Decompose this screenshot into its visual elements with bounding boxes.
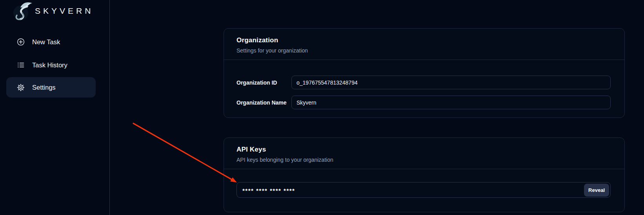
organization-card-subtitle: Settings for your organization [236, 47, 612, 54]
sidebar-item-task-history[interactable]: Task History [6, 55, 96, 75]
settings-page: Organization Settings for your organizat… [110, 0, 644, 215]
sidebar-item-new-task[interactable]: New Task [6, 32, 96, 52]
sidebar-item-label: Settings [32, 84, 56, 91]
organization-name-label: Organization Name [236, 99, 291, 106]
organization-card-title: Organization [236, 36, 612, 44]
api-key-masked-value: **** **** **** **** [242, 187, 584, 194]
skyvern-dragon-icon [11, 1, 32, 21]
organization-card-header: Organization Settings for your organizat… [224, 29, 624, 60]
api-keys-card-body: **** **** **** **** Reveal [224, 169, 624, 210]
organization-name-row: Organization Name [236, 96, 611, 109]
organization-id-row: Organization ID [236, 76, 611, 89]
sidebar-item-label: New Task [32, 38, 60, 46]
api-key-input[interactable]: **** **** **** **** Reveal [236, 182, 611, 198]
reveal-button[interactable]: Reveal [584, 184, 609, 197]
organization-card: Organization Settings for your organizat… [224, 28, 625, 118]
brand-wordmark: SKYVERN [35, 6, 93, 16]
sidebar-item-label: Task History [32, 61, 67, 69]
api-keys-card: API Keys API keys belonging to your orga… [224, 137, 625, 212]
organization-card-body: Organization ID Organization Name [224, 60, 624, 116]
organization-id-input[interactable] [291, 76, 611, 89]
organization-id-label: Organization ID [236, 79, 291, 86]
api-keys-card-title: API Keys [236, 146, 612, 154]
api-keys-card-subtitle: API keys belonging to your organization [236, 157, 612, 163]
api-keys-card-header: API Keys API keys belonging to your orga… [224, 138, 624, 169]
gear-icon [17, 83, 25, 91]
organization-name-input[interactable] [291, 96, 611, 109]
sidebar-item-settings[interactable]: Settings [6, 77, 96, 98]
sidebar: SKYVERN New Task Task History Settings [0, 0, 110, 215]
brand-logo: SKYVERN [11, 1, 93, 21]
circle-plus-icon [17, 38, 25, 46]
list-icon [17, 61, 25, 69]
